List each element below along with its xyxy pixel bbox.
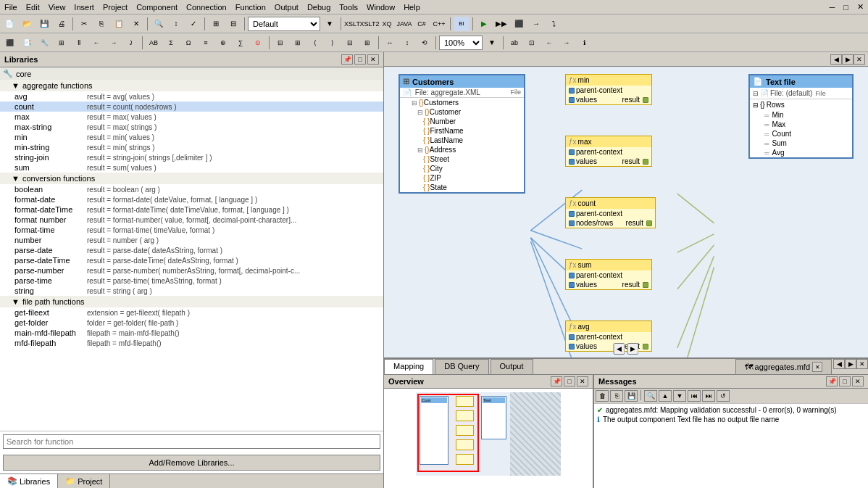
close-btn[interactable]: ✕ [853,1,868,13]
info-btn[interactable]: ℹ [576,36,592,50]
lib-item-format-datetime[interactable]: format-dateTime result = format-dateTime… [0,204,383,215]
city-node[interactable]: { } City [400,164,524,173]
menu-function[interactable]: Function [231,1,270,13]
lib-item-avg[interactable]: avg result = avg( values ) [0,91,383,102]
menu-insert[interactable]: Insert [70,1,99,13]
print-btn[interactable]: 🖨 [54,17,70,31]
lastname-node[interactable]: { } LastName [400,136,524,145]
msg-first[interactable]: ⏮ [688,390,701,402]
menu-file[interactable]: File [0,1,22,13]
step-btn[interactable]: → [528,17,544,31]
debug-run-btn[interactable]: ▶▶ [493,17,509,31]
zoom-dropdown[interactable]: 100% 75% 50% [439,36,483,50]
right-nav-left[interactable]: ◀ [830,54,842,65]
conversion-section[interactable]: ▼ conversion functions [0,173,383,184]
profile-dropdown[interactable]: Default [248,17,320,31]
min-parent-context[interactable]: parent-context [566,86,651,95]
aggregate-section[interactable]: ▼ aggregate functions [0,80,383,91]
xslt2-btn[interactable]: XSLT2 [362,17,377,31]
tb2-btn18[interactable]: ⟨ [307,36,323,50]
min-target-node[interactable]: ═ Min [750,110,852,120]
tb2-btn5[interactable]: Ⅱ [71,36,87,50]
tb2-btn9[interactable]: AB [146,36,162,50]
target-header[interactable]: 📄 Text file [750,75,852,88]
overview-pin[interactable]: 📌 [551,376,562,386]
lib-item-parse-time[interactable]: parse-time result = parse-time( timeAsSt… [0,276,383,286]
open-btn[interactable]: 📂 [19,17,35,31]
count-target-node[interactable]: ═ Count [750,129,852,138]
lib-item-sum[interactable]: sum result = sum( values ) [0,162,383,173]
port-in-min-pc[interactable] [569,88,575,94]
customers-node[interactable]: ⊟ {} Customers [400,98,524,107]
port-in-min-v[interactable] [569,97,575,103]
lib-item-format-number[interactable]: format number result = format-number( va… [0,215,383,225]
msg-down[interactable]: ▼ [673,390,686,402]
tb2-btn8[interactable]: ⤸ [123,36,139,50]
func-max-header[interactable]: ƒx max [566,136,651,147]
find-btn[interactable]: 🔍 [151,17,167,31]
lib-item-parse-date[interactable]: parse-date result = parse-date( dateAsSt… [0,245,383,255]
file-tab[interactable]: 🗺 aggregates.mfd ✕ [735,359,832,374]
max-values[interactable]: values result [566,157,651,166]
save-btn[interactable]: 💾 [36,17,52,31]
state-node[interactable]: { } State [400,183,524,192]
max-parent-context[interactable]: parent-context [566,147,651,157]
func-count-header[interactable]: ƒx count [566,198,655,209]
menu-edit[interactable]: Edit [22,1,44,13]
menu-tools[interactable]: Tools [335,1,362,13]
scroll-left[interactable]: ◀ [613,343,625,355]
menu-output[interactable]: Output [270,1,303,13]
file-tab-close[interactable]: ✕ [812,362,822,372]
tb2-btn1[interactable]: ⬛ [1,36,17,50]
msg-clear[interactable]: 🗑 [596,390,609,402]
scroll-right[interactable]: ▶ [627,343,639,355]
lib-item-parse-datetime[interactable]: parse-dateTime result = parse-dateTime( … [0,255,383,265]
tb2-btn11[interactable]: Ω [180,36,196,50]
tb2-btn22[interactable]: ↔ [382,36,398,50]
expand-btn[interactable]: ⊞ [208,17,224,31]
tab-libraries[interactable]: 📚 Libraries [0,474,58,488]
tb2-btn16[interactable]: ⊟ [272,36,288,50]
menu-window[interactable]: Window [362,1,399,13]
port-out-max[interactable] [643,159,648,165]
stepover-btn[interactable]: ⤵ [546,17,562,31]
tb2-btn14[interactable]: ∑ [233,36,249,50]
lib-item-string[interactable]: string result = string ( arg ) [0,286,383,296]
lib-item-main-mfd[interactable]: main-mfd-filepath filepath = main-mfd-fi… [0,328,383,338]
tab-close[interactable]: ✕ [856,359,868,369]
close-panel-btn[interactable]: ✕ [367,54,379,65]
tb2-btn13[interactable]: ⊕ [215,36,231,50]
func-min-header[interactable]: ƒx min [566,75,651,86]
minimize-btn[interactable]: ─ [825,1,840,13]
float-btn[interactable]: □ [354,54,366,65]
tb2-btn24[interactable]: ⟲ [417,36,433,50]
lib-item-boolean[interactable]: boolean result = boolean ( arg ) [0,184,383,194]
maximize-btn[interactable]: □ [839,1,853,13]
tb2-btn10[interactable]: Σ [163,36,179,50]
right-nav-right[interactable]: ▶ [842,54,854,65]
tab-dbquery[interactable]: DB Query [435,359,488,374]
street-node[interactable]: { } Street [400,154,524,164]
port-out-count[interactable] [646,220,652,226]
count-parent-context[interactable]: parent-context [566,209,655,218]
bi-btn[interactable]: BI [454,17,470,31]
tb2-btn12[interactable]: ≡ [198,36,214,50]
lib-item-max-string[interactable]: max-string result = max( strings ) [0,122,383,132]
menu-component[interactable]: Component [132,1,182,13]
lib-item-format-date[interactable]: format-date result = format-date( dateVa… [0,194,383,204]
port-out-avg[interactable] [643,344,648,350]
firstname-node[interactable]: { } FirstName [400,126,524,136]
sum-parent-context[interactable]: parent-context [566,270,651,280]
customer-node[interactable]: ⊟ {} Customer [400,107,524,117]
profile-btn[interactable]: ▼ [322,17,338,31]
stop-btn[interactable]: ⬛ [511,17,527,31]
msg-copy[interactable]: ⎘ [610,390,623,402]
port-out-min[interactable] [643,97,648,103]
msg-save[interactable]: 💾 [625,390,638,402]
msg-filter[interactable]: 🔍 [644,390,657,402]
tb2-btn2[interactable]: 📑 [19,36,35,50]
tb2-btn17[interactable]: ⊞ [290,36,306,50]
lib-item-string-join[interactable]: string-join result = string-join( string… [0,152,383,162]
func-avg-header[interactable]: ƒx avg [566,321,651,332]
messages-float[interactable]: □ [839,376,851,386]
